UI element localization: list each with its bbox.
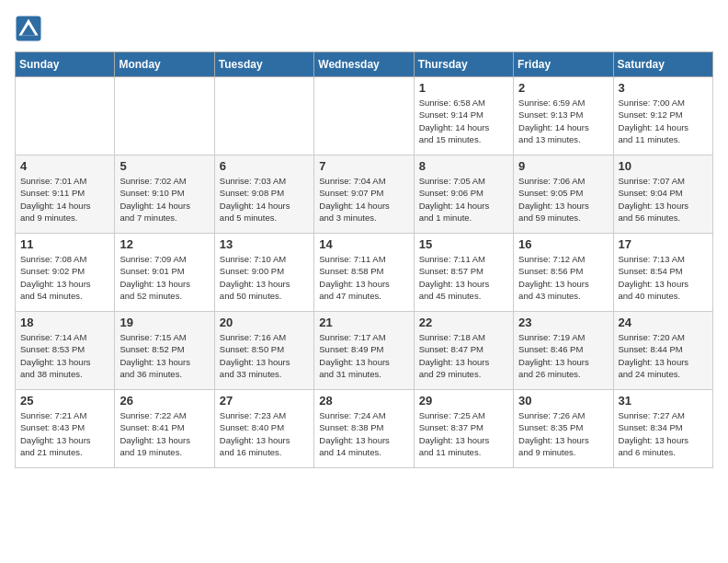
logo-icon: [15, 15, 42, 42]
day-number: 20: [220, 316, 309, 329]
day-number: 19: [119, 316, 209, 329]
calendar-cell: 28Sunrise: 7:24 AM Sunset: 8:38 PM Dayli…: [314, 390, 414, 468]
cell-content: Sunrise: 7:11 AM Sunset: 8:58 PM Dayligh…: [319, 253, 408, 302]
cell-content: Sunrise: 7:17 AM Sunset: 8:49 PM Dayligh…: [319, 331, 408, 380]
day-number: 27: [220, 394, 309, 408]
day-number: 17: [619, 237, 708, 251]
cell-content: Sunrise: 6:59 AM Sunset: 9:13 PM Dayligh…: [518, 97, 608, 145]
day-number: 23: [518, 316, 608, 329]
calendar-cell: 11Sunrise: 7:08 AM Sunset: 9:02 PM Dayli…: [16, 234, 115, 312]
cell-content: Sunrise: 7:15 AM Sunset: 8:52 PM Dayligh…: [119, 331, 209, 380]
day-header-tuesday: Tuesday: [214, 52, 313, 77]
calendar-cell: [314, 77, 414, 155]
day-number: 5: [119, 159, 209, 173]
week-row-3: 11Sunrise: 7:08 AM Sunset: 9:02 PM Dayli…: [16, 234, 713, 312]
day-number: 25: [20, 394, 109, 408]
cell-content: Sunrise: 7:09 AM Sunset: 9:01 PM Dayligh…: [119, 253, 209, 302]
cell-content: Sunrise: 7:16 AM Sunset: 8:50 PM Dayligh…: [220, 331, 309, 380]
day-number: 31: [619, 394, 708, 408]
calendar-cell: 27Sunrise: 7:23 AM Sunset: 8:40 PM Dayli…: [214, 390, 313, 468]
calendar-cell: 25Sunrise: 7:21 AM Sunset: 8:43 PM Dayli…: [16, 390, 115, 468]
day-number: 6: [220, 159, 309, 173]
calendar-cell: [16, 77, 115, 155]
cell-content: Sunrise: 7:08 AM Sunset: 9:02 PM Dayligh…: [20, 253, 109, 302]
calendar-cell: 4Sunrise: 7:01 AM Sunset: 9:11 PM Daylig…: [16, 155, 115, 234]
cell-content: Sunrise: 7:19 AM Sunset: 8:46 PM Dayligh…: [518, 331, 608, 380]
cell-content: Sunrise: 7:24 AM Sunset: 8:38 PM Dayligh…: [319, 409, 408, 458]
day-number: 18: [20, 316, 109, 329]
day-header-thursday: Thursday: [414, 52, 513, 77]
day-number: 3: [619, 81, 708, 95]
cell-content: Sunrise: 7:01 AM Sunset: 9:11 PM Dayligh…: [20, 175, 109, 224]
calendar-cell: 18Sunrise: 7:14 AM Sunset: 8:53 PM Dayli…: [16, 312, 115, 390]
day-header-monday: Monday: [115, 52, 214, 77]
calendar-cell: 19Sunrise: 7:15 AM Sunset: 8:52 PM Dayli…: [115, 312, 214, 390]
calendar-cell: 21Sunrise: 7:17 AM Sunset: 8:49 PM Dayli…: [314, 312, 414, 390]
week-row-4: 18Sunrise: 7:14 AM Sunset: 8:53 PM Dayli…: [16, 312, 713, 390]
day-number: 1: [419, 81, 508, 95]
day-header-sunday: Sunday: [16, 52, 115, 77]
cell-content: Sunrise: 7:10 AM Sunset: 9:00 PM Dayligh…: [220, 253, 309, 302]
calendar-cell: 26Sunrise: 7:22 AM Sunset: 8:41 PM Dayli…: [115, 390, 214, 468]
day-header-friday: Friday: [514, 52, 613, 77]
day-number: 10: [619, 159, 708, 173]
day-header-wednesday: Wednesday: [314, 52, 414, 77]
cell-content: Sunrise: 7:14 AM Sunset: 8:53 PM Dayligh…: [20, 331, 109, 380]
cell-content: Sunrise: 7:05 AM Sunset: 9:06 PM Dayligh…: [419, 175, 508, 224]
cell-content: Sunrise: 7:06 AM Sunset: 9:05 PM Dayligh…: [518, 175, 608, 224]
calendar-cell: 5Sunrise: 7:02 AM Sunset: 9:10 PM Daylig…: [115, 155, 214, 234]
calendar-cell: 17Sunrise: 7:13 AM Sunset: 8:54 PM Dayli…: [613, 234, 712, 312]
cell-content: Sunrise: 7:18 AM Sunset: 8:47 PM Dayligh…: [419, 331, 508, 380]
cell-content: Sunrise: 7:00 AM Sunset: 9:12 PM Dayligh…: [619, 97, 708, 145]
cell-content: Sunrise: 7:04 AM Sunset: 9:07 PM Dayligh…: [319, 175, 408, 224]
day-number: 24: [619, 316, 708, 329]
calendar-cell: 20Sunrise: 7:16 AM Sunset: 8:50 PM Dayli…: [214, 312, 313, 390]
day-number: 8: [419, 159, 508, 173]
calendar-cell: 2Sunrise: 6:59 AM Sunset: 9:13 PM Daylig…: [514, 77, 613, 155]
cell-content: Sunrise: 7:12 AM Sunset: 8:56 PM Dayligh…: [518, 253, 608, 302]
calendar-cell: [214, 77, 313, 155]
day-number: 15: [419, 237, 508, 251]
calendar-cell: 9Sunrise: 7:06 AM Sunset: 9:05 PM Daylig…: [514, 155, 613, 234]
calendar-cell: 1Sunrise: 6:58 AM Sunset: 9:14 PM Daylig…: [414, 77, 513, 155]
calendar-cell: 30Sunrise: 7:26 AM Sunset: 8:35 PM Dayli…: [514, 390, 613, 468]
cell-content: Sunrise: 7:21 AM Sunset: 8:43 PM Dayligh…: [20, 409, 109, 458]
week-row-5: 25Sunrise: 7:21 AM Sunset: 8:43 PM Dayli…: [16, 390, 713, 468]
day-number: 9: [518, 159, 608, 173]
cell-content: Sunrise: 7:20 AM Sunset: 8:44 PM Dayligh…: [619, 331, 708, 380]
day-number: 4: [20, 159, 109, 173]
calendar-cell: 15Sunrise: 7:11 AM Sunset: 8:57 PM Dayli…: [414, 234, 513, 312]
calendar-cell: 22Sunrise: 7:18 AM Sunset: 8:47 PM Dayli…: [414, 312, 513, 390]
logo: [15, 15, 46, 42]
cell-content: Sunrise: 7:02 AM Sunset: 9:10 PM Dayligh…: [119, 175, 209, 224]
calendar-cell: 29Sunrise: 7:25 AM Sunset: 8:37 PM Dayli…: [414, 390, 513, 468]
day-number: 14: [319, 237, 408, 251]
cell-content: Sunrise: 7:26 AM Sunset: 8:35 PM Dayligh…: [518, 409, 608, 458]
calendar-cell: 8Sunrise: 7:05 AM Sunset: 9:06 PM Daylig…: [414, 155, 513, 234]
cell-content: Sunrise: 7:07 AM Sunset: 9:04 PM Dayligh…: [619, 175, 708, 224]
week-row-1: 1Sunrise: 6:58 AM Sunset: 9:14 PM Daylig…: [16, 77, 713, 155]
day-number: 30: [518, 394, 608, 408]
day-number: 16: [518, 237, 608, 251]
cell-content: Sunrise: 7:03 AM Sunset: 9:08 PM Dayligh…: [220, 175, 309, 224]
day-number: 7: [319, 159, 408, 173]
calendar-header-row: SundayMondayTuesdayWednesdayThursdayFrid…: [16, 52, 713, 77]
calendar-cell: 6Sunrise: 7:03 AM Sunset: 9:08 PM Daylig…: [214, 155, 313, 234]
day-number: 2: [518, 81, 608, 95]
calendar-cell: 24Sunrise: 7:20 AM Sunset: 8:44 PM Dayli…: [613, 312, 712, 390]
day-number: 12: [119, 237, 209, 251]
cell-content: Sunrise: 7:11 AM Sunset: 8:57 PM Dayligh…: [419, 253, 508, 302]
calendar-cell: 10Sunrise: 7:07 AM Sunset: 9:04 PM Dayli…: [613, 155, 712, 234]
calendar-cell: 14Sunrise: 7:11 AM Sunset: 8:58 PM Dayli…: [314, 234, 414, 312]
calendar-cell: 7Sunrise: 7:04 AM Sunset: 9:07 PM Daylig…: [314, 155, 414, 234]
cell-content: Sunrise: 6:58 AM Sunset: 9:14 PM Dayligh…: [419, 97, 508, 145]
cell-content: Sunrise: 7:23 AM Sunset: 8:40 PM Dayligh…: [220, 409, 309, 458]
week-row-2: 4Sunrise: 7:01 AM Sunset: 9:11 PM Daylig…: [16, 155, 713, 234]
page-header: [15, 15, 713, 42]
calendar-table: SundayMondayTuesdayWednesdayThursdayFrid…: [15, 52, 713, 468]
cell-content: Sunrise: 7:27 AM Sunset: 8:34 PM Dayligh…: [619, 409, 708, 458]
day-number: 21: [319, 316, 408, 329]
calendar-cell: 13Sunrise: 7:10 AM Sunset: 9:00 PM Dayli…: [214, 234, 313, 312]
cell-content: Sunrise: 7:13 AM Sunset: 8:54 PM Dayligh…: [619, 253, 708, 302]
calendar-cell: 31Sunrise: 7:27 AM Sunset: 8:34 PM Dayli…: [613, 390, 712, 468]
